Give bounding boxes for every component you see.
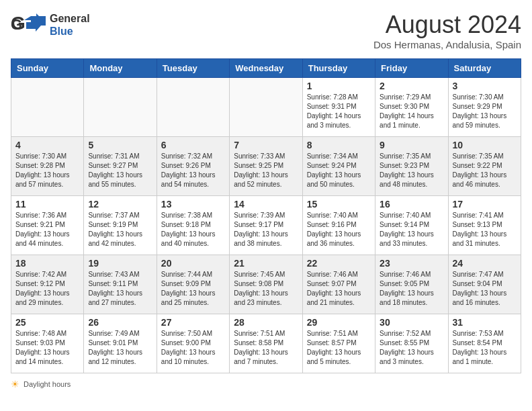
day-cell: 15Sunrise: 7:40 AM Sunset: 9:16 PM Dayli…: [302, 196, 375, 255]
day-number: 5: [88, 140, 152, 150]
day-cell: 28Sunrise: 7:51 AM Sunset: 8:58 PM Dayli…: [230, 314, 302, 373]
day-cell: 1Sunrise: 7:28 AM Sunset: 9:31 PM Daylig…: [302, 78, 375, 137]
day-number: 9: [380, 140, 443, 150]
day-number: 30: [380, 317, 443, 328]
day-number: 10: [453, 140, 517, 150]
day-number: 19: [88, 258, 152, 269]
day-cell: 14Sunrise: 7:39 AM Sunset: 9:17 PM Dayli…: [230, 196, 302, 255]
day-cell: 17Sunrise: 7:41 AM Sunset: 9:13 PM Dayli…: [448, 196, 521, 255]
day-info: Sunrise: 7:49 AM Sunset: 9:01 PM Dayligh…: [88, 329, 152, 367]
day-info: Sunrise: 7:30 AM Sunset: 9:29 PM Dayligh…: [453, 93, 517, 130]
day-info: Sunrise: 7:43 AM Sunset: 9:11 PM Dayligh…: [88, 270, 152, 308]
day-info: Sunrise: 7:38 AM Sunset: 9:18 PM Dayligh…: [161, 211, 225, 248]
day-cell: 5Sunrise: 7:31 AM Sunset: 9:27 PM Daylig…: [84, 137, 157, 196]
day-cell: 4Sunrise: 7:30 AM Sunset: 9:28 PM Daylig…: [11, 137, 84, 196]
daylight-label: Daylight hours: [24, 380, 71, 388]
day-number: 28: [234, 317, 298, 328]
day-number: 25: [15, 317, 79, 328]
day-cell: 23Sunrise: 7:46 AM Sunset: 9:05 PM Dayli…: [375, 255, 448, 314]
day-cell: 12Sunrise: 7:37 AM Sunset: 9:19 PM Dayli…: [84, 196, 157, 255]
week-row-1: 1Sunrise: 7:28 AM Sunset: 9:31 PM Daylig…: [11, 78, 521, 137]
day-info: Sunrise: 7:39 AM Sunset: 9:17 PM Dayligh…: [234, 211, 298, 248]
day-number: 8: [307, 140, 371, 150]
col-header-tuesday: Tuesday: [157, 59, 229, 78]
day-number: 7: [234, 140, 298, 150]
day-cell: 26Sunrise: 7:49 AM Sunset: 9:01 PM Dayli…: [84, 314, 157, 373]
svg-marker-3: [26, 19, 41, 32]
day-number: 27: [161, 317, 225, 328]
day-cell: 9Sunrise: 7:35 AM Sunset: 9:23 PM Daylig…: [375, 137, 448, 196]
day-info: Sunrise: 7:51 AM Sunset: 8:57 PM Dayligh…: [307, 329, 371, 367]
logo: G G General Blue: [11, 11, 90, 39]
day-info: Sunrise: 7:42 AM Sunset: 9:12 PM Dayligh…: [15, 270, 79, 308]
day-cell: 2Sunrise: 7:29 AM Sunset: 9:30 PM Daylig…: [375, 78, 448, 137]
day-info: Sunrise: 7:35 AM Sunset: 9:22 PM Dayligh…: [453, 152, 517, 189]
day-number: 16: [380, 199, 443, 210]
day-number: 4: [15, 140, 79, 150]
day-cell: [84, 78, 157, 137]
calendar-header-row: SundayMondayTuesdayWednesdayThursdayFrid…: [11, 59, 521, 78]
footer-row: ☀ Daylight hours: [11, 379, 521, 390]
day-cell: 8Sunrise: 7:34 AM Sunset: 9:24 PM Daylig…: [302, 137, 375, 196]
day-info: Sunrise: 7:36 AM Sunset: 9:21 PM Dayligh…: [15, 211, 79, 248]
day-number: 17: [453, 199, 517, 210]
day-cell: 30Sunrise: 7:52 AM Sunset: 8:55 PM Dayli…: [375, 314, 448, 373]
day-info: Sunrise: 7:41 AM Sunset: 9:13 PM Dayligh…: [453, 211, 517, 248]
day-number: 29: [307, 317, 371, 328]
day-info: Sunrise: 7:37 AM Sunset: 9:19 PM Dayligh…: [88, 211, 152, 248]
day-info: Sunrise: 7:50 AM Sunset: 9:00 PM Dayligh…: [161, 329, 225, 367]
day-number: 13: [161, 199, 225, 210]
day-number: 22: [307, 258, 371, 269]
day-cell: 29Sunrise: 7:51 AM Sunset: 8:57 PM Dayli…: [302, 314, 375, 373]
day-cell: 11Sunrise: 7:36 AM Sunset: 9:21 PM Dayli…: [11, 196, 84, 255]
day-cell: 6Sunrise: 7:32 AM Sunset: 9:26 PM Daylig…: [157, 137, 229, 196]
day-info: Sunrise: 7:45 AM Sunset: 9:08 PM Dayligh…: [234, 270, 298, 308]
day-number: 3: [453, 81, 517, 91]
day-info: Sunrise: 7:40 AM Sunset: 9:16 PM Dayligh…: [307, 211, 371, 248]
day-number: 12: [88, 199, 152, 210]
day-info: Sunrise: 7:52 AM Sunset: 8:55 PM Dayligh…: [380, 329, 443, 367]
day-number: 18: [15, 258, 79, 269]
day-number: 2: [380, 81, 443, 91]
day-number: 31: [453, 317, 517, 328]
day-info: Sunrise: 7:44 AM Sunset: 9:09 PM Dayligh…: [161, 270, 225, 308]
day-info: Sunrise: 7:46 AM Sunset: 9:07 PM Dayligh…: [307, 270, 371, 308]
day-info: Sunrise: 7:35 AM Sunset: 9:23 PM Dayligh…: [380, 152, 443, 189]
logo-general: General: [50, 12, 90, 25]
day-info: Sunrise: 7:51 AM Sunset: 8:58 PM Dayligh…: [234, 329, 298, 367]
col-header-sunday: Sunday: [11, 59, 84, 78]
day-number: 6: [161, 140, 225, 150]
day-cell: 27Sunrise: 7:50 AM Sunset: 9:00 PM Dayli…: [157, 314, 229, 373]
sun-icon: ☀: [11, 379, 19, 390]
month-year: August 2024: [373, 11, 521, 39]
title-block: August 2024 Dos Hermanas, Andalusia, Spa…: [373, 11, 521, 50]
week-row-3: 11Sunrise: 7:36 AM Sunset: 9:21 PM Dayli…: [11, 196, 521, 255]
week-row-2: 4Sunrise: 7:30 AM Sunset: 9:28 PM Daylig…: [11, 137, 521, 196]
day-cell: [157, 78, 229, 137]
day-info: Sunrise: 7:28 AM Sunset: 9:31 PM Dayligh…: [307, 93, 371, 130]
day-cell: [11, 78, 84, 137]
day-cell: 20Sunrise: 7:44 AM Sunset: 9:09 PM Dayli…: [157, 255, 229, 314]
day-cell: 18Sunrise: 7:42 AM Sunset: 9:12 PM Dayli…: [11, 255, 84, 314]
day-cell: 22Sunrise: 7:46 AM Sunset: 9:07 PM Dayli…: [302, 255, 375, 314]
day-number: 24: [453, 258, 517, 269]
day-number: 20: [161, 258, 225, 269]
footer: ☀ Daylight hours: [11, 379, 521, 390]
day-number: 23: [380, 258, 443, 269]
day-cell: 19Sunrise: 7:43 AM Sunset: 9:11 PM Dayli…: [84, 255, 157, 314]
day-cell: 16Sunrise: 7:40 AM Sunset: 9:14 PM Dayli…: [375, 196, 448, 255]
day-info: Sunrise: 7:40 AM Sunset: 9:14 PM Dayligh…: [380, 211, 443, 248]
day-cell: 13Sunrise: 7:38 AM Sunset: 9:18 PM Dayli…: [157, 196, 229, 255]
day-info: Sunrise: 7:31 AM Sunset: 9:27 PM Dayligh…: [88, 152, 152, 189]
day-cell: 21Sunrise: 7:45 AM Sunset: 9:08 PM Dayli…: [230, 255, 302, 314]
day-cell: [230, 78, 302, 137]
day-cell: 3Sunrise: 7:30 AM Sunset: 9:29 PM Daylig…: [448, 78, 521, 137]
day-cell: 7Sunrise: 7:33 AM Sunset: 9:25 PM Daylig…: [230, 137, 302, 196]
day-info: Sunrise: 7:46 AM Sunset: 9:05 PM Dayligh…: [380, 270, 443, 308]
day-number: 14: [234, 199, 298, 210]
col-header-saturday: Saturday: [448, 59, 521, 78]
week-row-5: 25Sunrise: 7:48 AM Sunset: 9:03 PM Dayli…: [11, 314, 521, 373]
day-number: 11: [15, 199, 79, 210]
day-info: Sunrise: 7:29 AM Sunset: 9:30 PM Dayligh…: [380, 93, 443, 130]
day-info: Sunrise: 7:33 AM Sunset: 9:25 PM Dayligh…: [234, 152, 298, 189]
